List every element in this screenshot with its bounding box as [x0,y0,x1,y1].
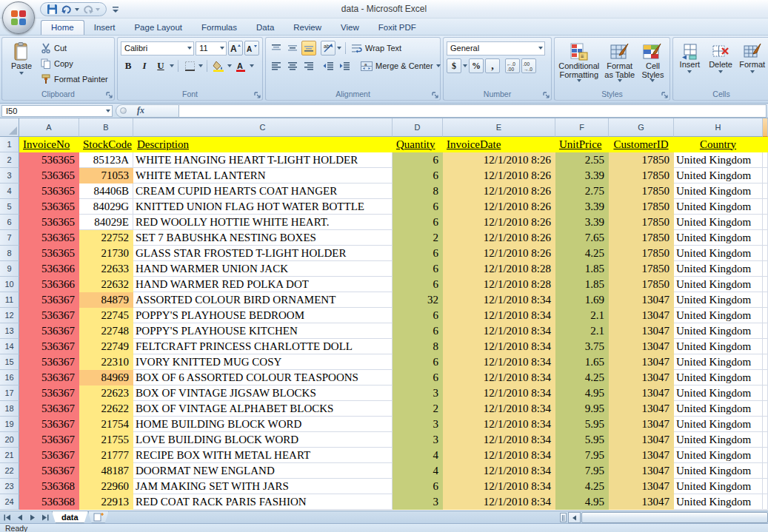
cell-stock_code-row16[interactable]: 84969 [79,370,133,385]
cell-stock_code-row15[interactable]: 22310 [79,354,133,370]
column-header-A[interactable]: A [19,118,79,137]
accounting-dropdown-arrow[interactable] [463,64,467,67]
cell-invoice_no-row3[interactable]: 536365 [19,168,79,183]
cell-unit_price-row6[interactable]: 3.39 [555,215,609,230]
column-header-F[interactable]: F [555,118,609,137]
cell-quantity-row2[interactable]: 6 [393,152,443,168]
cut-button[interactable]: Cut [39,41,110,55]
font-color-icon[interactable]: A [233,58,248,73]
formula-input[interactable] [179,104,767,118]
cell-invoice_date-row12[interactable]: 12/1/2010 8:34 [443,308,555,323]
cell-country-row19[interactable]: United Kingdom [674,417,763,432]
cell-customer_id-row24[interactable]: 13047 [609,494,674,510]
row-header-13[interactable]: 13 [0,323,19,339]
cell-customer_id-row8[interactable]: 17850 [609,246,674,261]
cell-country-row9[interactable]: United Kingdom [674,261,763,277]
cell-partial-row24[interactable] [763,494,768,510]
accounting-format-button[interactable]: $ [447,58,461,73]
column-header-i-partial[interactable] [763,118,768,137]
cell-invoice_date-row4[interactable]: 12/1/2010 8:26 [443,183,555,199]
insert-worksheet-tab[interactable] [88,511,109,523]
cell-stock_code-row14[interactable]: 22749 [79,339,133,354]
row-header-4[interactable]: 4 [0,183,19,199]
last-sheet-icon[interactable] [40,513,50,522]
cell-partial-row17[interactable] [763,385,768,401]
cell-partial-row5[interactable] [763,199,768,215]
cell-invoice_date-row5[interactable]: 12/1/2010 8:26 [443,199,555,215]
borders-icon[interactable] [182,58,197,73]
cell-unit_price-row22[interactable]: 7.95 [555,463,609,479]
cell-unit_price-row11[interactable]: 1.69 [555,292,609,308]
cell-partial-row11[interactable] [763,292,768,308]
delete-cells-button[interactable]: Delete [707,40,735,89]
cell-description-row19[interactable]: HOME BUILDING BLOCK WORD [133,417,393,432]
cell-stock_code-row13[interactable]: 22748 [79,323,133,339]
cell-country-row17[interactable]: United Kingdom [674,385,763,401]
cell-invoice_date-row13[interactable]: 12/1/2010 8:34 [443,323,555,339]
cell-description-row7[interactable]: SET 7 BABUSHKA NESTING BOXES [133,230,393,246]
font-name-combo[interactable]: Calibri [121,41,194,55]
underline-dropdown-arrow[interactable] [170,64,174,67]
conditional-formatting-dropdown-arrow[interactable] [577,79,581,82]
cell-quantity-row5[interactable]: 6 [393,199,443,215]
cell-customer_id-row15[interactable]: 13047 [609,354,674,370]
cell-partial-row20[interactable] [763,432,768,448]
cell-customer_id-row13[interactable]: 13047 [609,323,674,339]
cell-quantity-row20[interactable]: 3 [393,432,443,448]
borders-dropdown-arrow[interactable] [198,64,203,67]
cell-header-country[interactable]: Country [674,137,763,152]
cell-stock_code-row6[interactable]: 84029E [79,215,133,230]
cell-stock_code-row21[interactable]: 21777 [79,448,133,463]
row-header-3[interactable]: 3 [0,168,19,183]
cell-quantity-row16[interactable]: 6 [393,370,443,385]
cell-customer_id-row18[interactable]: 13047 [609,401,674,417]
cell-quantity-row4[interactable]: 8 [393,183,443,199]
bold-button[interactable]: B [121,58,136,73]
cell-partial-row7[interactable] [763,230,768,246]
align-left-icon[interactable] [269,58,284,73]
cell-customer_id-row2[interactable]: 17850 [609,152,674,168]
cell-customer_id-row23[interactable]: 13047 [609,479,674,494]
cell-unit_price-row2[interactable]: 2.55 [555,152,609,168]
column-header-B[interactable]: B [79,118,133,137]
cell-description-row2[interactable]: WHITE HANGING HEART T-LIGHT HOLDER [133,152,393,168]
cell-unit_price-row15[interactable]: 1.65 [555,354,609,370]
formula-bar-handle[interactable] [120,107,127,114]
row-header-15[interactable]: 15 [0,354,19,370]
cell-description-row6[interactable]: RED WOOLLY HOTTIE WHITE HEART. [133,215,393,230]
cell-customer_id-row19[interactable]: 13047 [609,417,674,432]
cell-country-row6[interactable]: United Kingdom [674,215,763,230]
cell-unit_price-row14[interactable]: 3.75 [555,339,609,354]
cell-invoice_date-row15[interactable]: 12/1/2010 8:34 [443,354,555,370]
underline-button[interactable]: U [153,58,168,73]
cell-header-invoice_date[interactable]: InvoiceDate [443,137,555,152]
cell-stock_code-row2[interactable]: 85123A [79,152,133,168]
cell-country-row13[interactable]: United Kingdom [674,323,763,339]
cell-invoice_date-row10[interactable]: 12/1/2010 8:28 [443,277,555,292]
cell-header-description[interactable]: Description [133,137,393,152]
row-header-22[interactable]: 22 [0,463,19,479]
insert-cells-dropdown-arrow[interactable] [687,70,692,73]
row-header-5[interactable]: 5 [0,199,19,215]
next-sheet-icon[interactable] [27,513,37,522]
cell-stock_code-row24[interactable]: 22913 [79,494,133,510]
merge-center-dropdown-arrow[interactable] [436,64,441,67]
cell-quantity-row18[interactable]: 2 [393,401,443,417]
ribbon-tab-insert[interactable]: Insert [84,21,125,35]
ribbon-tab-data[interactable]: Data [247,21,284,35]
ribbon-tab-review[interactable]: Review [284,21,331,35]
cell-invoice_no-row14[interactable]: 536367 [19,339,79,354]
cell-stock_code-row18[interactable]: 22622 [79,401,133,417]
cell-invoice_date-row6[interactable]: 12/1/2010 8:26 [443,215,555,230]
row-header-16[interactable]: 16 [0,370,19,385]
cell-unit_price-row4[interactable]: 2.75 [555,183,609,199]
cell-customer_id-row3[interactable]: 17850 [609,168,674,183]
cell-country-row21[interactable]: United Kingdom [674,448,763,463]
row-header-18[interactable]: 18 [0,401,19,417]
cell-invoice_no-row10[interactable]: 536366 [19,277,79,292]
cell-stock_code-row19[interactable]: 21754 [79,417,133,432]
cell-unit_price-row20[interactable]: 5.95 [555,432,609,448]
cell-invoice_no-row23[interactable]: 536368 [19,479,79,494]
cell-partial-row8[interactable] [763,246,768,261]
cell-customer_id-row5[interactable]: 17850 [609,199,674,215]
